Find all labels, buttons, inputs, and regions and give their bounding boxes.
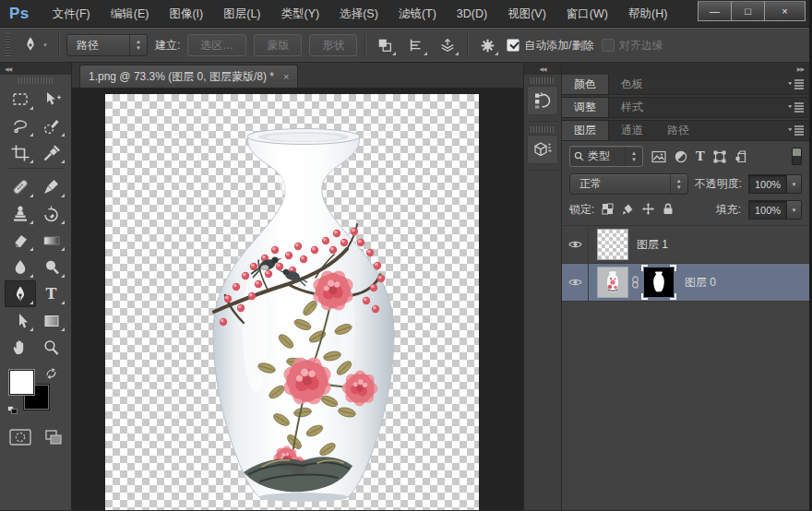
blend-mode-value: 正常: [570, 176, 670, 192]
quick-mask-mode-button[interactable]: [9, 429, 31, 448]
filter-pixel-layers-icon[interactable]: [651, 150, 666, 163]
layer1-visibility-toggle[interactable]: [562, 226, 589, 263]
eyedropper-tool[interactable]: [36, 139, 67, 166]
menu-view[interactable]: 视图(V): [497, 0, 556, 28]
panel-menu-icon[interactable]: [788, 98, 804, 117]
spot-healing-brush-tool[interactable]: [5, 173, 36, 200]
layer0-thumbnail[interactable]: [597, 267, 628, 298]
fill-dropdown-icon[interactable]: ▼: [787, 200, 802, 220]
maximize-button[interactable]: □: [731, 1, 765, 21]
default-colors-icon[interactable]: [7, 406, 19, 416]
path-arrangement-button[interactable]: [436, 34, 460, 56]
pick-tool-mode-select[interactable]: 路径 ▲▼: [66, 34, 148, 56]
make-mask-button[interactable]: 蒙版: [254, 34, 302, 56]
tool-preset-pen[interactable]: ▼: [18, 33, 51, 58]
layer-row-0[interactable]: 图层 0: [562, 264, 809, 302]
screen-mode-button[interactable]: [44, 429, 63, 448]
minimize-button[interactable]: —: [698, 1, 732, 21]
dodge-tool[interactable]: [36, 254, 67, 280]
path-selection-tool[interactable]: [5, 307, 36, 334]
layer-filter-row: 类型 ▲▼ T: [562, 141, 809, 171]
auto-add-delete-checkbox[interactable]: 自动添加/删除: [507, 38, 593, 53]
blur-tool[interactable]: [5, 254, 36, 280]
path-operations-button[interactable]: [373, 34, 397, 56]
dock-expand[interactable]: ◀◀: [524, 63, 561, 75]
menu-type[interactable]: 类型(Y): [271, 0, 330, 28]
path-alignment-button[interactable]: [404, 34, 428, 56]
gradient-tool[interactable]: [36, 227, 67, 254]
lock-pixels-icon[interactable]: [622, 203, 634, 218]
canvas[interactable]: [72, 89, 523, 510]
lock-transparency-icon[interactable]: [602, 203, 614, 218]
tab-paths[interactable]: 路径: [655, 121, 701, 140]
filter-shape-layers-icon[interactable]: [713, 150, 726, 163]
filter-adjustment-layers-icon[interactable]: [675, 150, 687, 163]
swap-colors-icon[interactable]: [45, 368, 57, 381]
layer0-name[interactable]: 图层 0: [685, 275, 716, 291]
eraser-tool[interactable]: [5, 227, 36, 254]
menu-file[interactable]: 文件(F): [42, 0, 101, 28]
move-tool[interactable]: [36, 86, 67, 113]
rectangle-tool[interactable]: [36, 307, 67, 334]
menu-bar: 文件(F) 编辑(E) 图像(I) 图层(L) 类型(Y) 选择(S) 滤镜(T…: [42, 0, 699, 28]
tab-layers[interactable]: 图层: [562, 121, 609, 140]
menu-edit[interactable]: 编辑(E): [101, 0, 160, 28]
layer-row-1[interactable]: 图层 1: [562, 226, 809, 264]
layer1-name[interactable]: 图层 1: [637, 237, 668, 253]
panel-menu-icon[interactable]: [788, 75, 804, 94]
tab-channels[interactable]: 通道: [609, 121, 655, 140]
toolbar-gripper[interactable]: [18, 77, 54, 84]
layer0-mask-thumbnail[interactable]: [641, 265, 676, 300]
history-panel-button[interactable]: [527, 86, 558, 115]
layer1-thumbnail[interactable]: [597, 229, 628, 260]
lock-position-icon[interactable]: [642, 203, 654, 218]
make-selection-button[interactable]: 选区…: [187, 34, 246, 56]
toolbar-collapse[interactable]: ◀◀: [0, 63, 71, 75]
layer-filtering-toggle[interactable]: [792, 148, 802, 165]
make-shape-button[interactable]: 形状: [309, 34, 357, 56]
clone-stamp-tool[interactable]: [5, 200, 36, 227]
dock-collapse[interactable]: ▶▶: [562, 63, 809, 75]
tab-adjustments[interactable]: 调整: [562, 98, 609, 117]
lock-all-icon[interactable]: [663, 203, 674, 218]
fill-input[interactable]: 100%: [748, 200, 787, 220]
menu-layer[interactable]: 图层(L): [213, 0, 270, 28]
gear-icon[interactable]: [475, 34, 499, 56]
menu-select[interactable]: 选择(S): [329, 0, 388, 28]
opacity-dropdown-icon[interactable]: ▼: [787, 174, 802, 194]
options-gripper[interactable]: [6, 33, 10, 57]
pen-tool-icon: [21, 35, 40, 56]
zoom-tool[interactable]: [36, 334, 67, 361]
menu-filter[interactable]: 滤镜(T): [388, 0, 447, 28]
tab-color[interactable]: 颜色: [562, 75, 609, 94]
layer-filter-type-select[interactable]: 类型 ▲▼: [569, 146, 643, 167]
document-canvas[interactable]: [105, 94, 479, 510]
opacity-input[interactable]: 100%: [748, 174, 787, 194]
panel-menu-icon[interactable]: [788, 121, 804, 140]
foreground-color-swatch[interactable]: [9, 370, 34, 395]
crop-tool[interactable]: [5, 139, 36, 166]
tab-close-icon[interactable]: ×: [283, 71, 289, 82]
pen-tool[interactable]: [5, 280, 36, 307]
3d-panel-button[interactable]: [527, 135, 558, 164]
blend-mode-select[interactable]: 正常 ▲▼: [569, 173, 688, 195]
hand-tool[interactable]: [5, 334, 36, 361]
tab-swatches[interactable]: 色板: [609, 75, 655, 94]
brush-tool[interactable]: [36, 173, 67, 200]
document-tab[interactable]: 1.png @ 73.3% (图层 0, 图层蒙版/8) * ×: [79, 65, 298, 88]
tab-styles[interactable]: 样式: [609, 98, 655, 117]
history-brush-tool[interactable]: [36, 200, 67, 227]
mask-link-icon[interactable]: [628, 276, 641, 289]
rectangular-marquee-tool[interactable]: [5, 86, 36, 113]
filter-smart-objects-icon[interactable]: [734, 149, 748, 163]
menu-help[interactable]: 帮助(H): [618, 0, 677, 28]
filter-type-layers-icon[interactable]: T: [696, 150, 705, 162]
lasso-tool[interactable]: [5, 113, 36, 139]
type-tool[interactable]: T: [36, 280, 67, 307]
menu-image[interactable]: 图像(I): [159, 0, 213, 28]
close-button[interactable]: ×: [764, 1, 806, 21]
menu-3d[interactable]: 3D(D): [447, 0, 497, 28]
menu-window[interactable]: 窗口(W): [556, 0, 618, 28]
quick-selection-tool[interactable]: [36, 113, 67, 139]
layer0-visibility-toggle[interactable]: [562, 264, 589, 301]
